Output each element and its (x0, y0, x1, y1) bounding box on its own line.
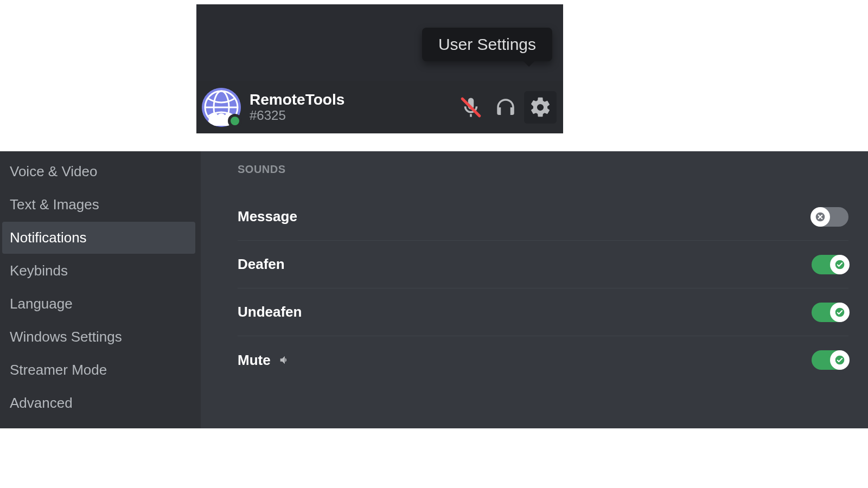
mic-muted-icon (459, 96, 482, 119)
sound-label-text: Mute (238, 352, 271, 369)
sidebar-item-label: Voice & Video (10, 163, 97, 179)
status-indicator-icon (228, 114, 242, 128)
check-icon (834, 307, 845, 318)
toggle-mute[interactable] (812, 350, 848, 370)
sidebar-item-streamer-mode[interactable]: Streamer Mode (2, 354, 195, 386)
sound-label: Mute (238, 352, 812, 369)
sound-row-undeafen: Undeafen (238, 288, 848, 336)
settings-content: Sounds Message Deafen (201, 151, 868, 428)
sidebar-item-label: Advanced (10, 395, 73, 411)
sidebar-item-label: Streamer Mode (10, 362, 107, 378)
sidebar-item-notifications[interactable]: Notifications (2, 222, 195, 254)
settings-sidebar: Voice & Video Text & Images Notification… (0, 151, 201, 428)
user-name-block[interactable]: RemoteTools #6325 (250, 92, 455, 123)
user-panel: User Settings (196, 4, 563, 133)
sound-row-message: Message (238, 193, 848, 241)
sidebar-item-voice-video[interactable]: Voice & Video (2, 156, 195, 188)
check-icon (834, 355, 845, 365)
sound-label-text: Undeafen (238, 304, 302, 320)
avatar[interactable] (202, 88, 241, 127)
gear-icon (529, 96, 552, 119)
sound-row-mute: Mute (238, 336, 848, 384)
user-control-icons (455, 91, 557, 124)
check-icon (834, 259, 845, 270)
toggle-knob (830, 255, 850, 274)
toggle-message[interactable] (812, 207, 848, 227)
mute-mic-button[interactable] (455, 91, 487, 124)
toggle-knob (810, 207, 830, 227)
sound-preview-button[interactable] (278, 354, 290, 366)
sound-label-text: Message (238, 208, 297, 225)
toggle-knob (830, 350, 850, 370)
sidebar-item-text-images[interactable]: Text & Images (2, 189, 195, 221)
username-label: RemoteTools (250, 92, 455, 108)
discriminator-label: #6325 (250, 108, 455, 123)
toggle-deafen[interactable] (812, 255, 848, 274)
sidebar-item-keybinds[interactable]: Keybinds (2, 255, 195, 287)
sounds-section-header: Sounds (238, 163, 848, 176)
sound-label: Deafen (238, 256, 812, 273)
sidebar-item-windows-settings[interactable]: Windows Settings (2, 321, 195, 353)
user-row: RemoteTools #6325 (196, 81, 563, 133)
toggle-knob (830, 303, 850, 322)
sidebar-item-label: Language (10, 296, 73, 312)
user-settings-button[interactable] (524, 91, 557, 124)
sidebar-item-label: Windows Settings (10, 329, 122, 345)
sound-label: Message (238, 208, 812, 225)
sound-row-deafen: Deafen (238, 241, 848, 288)
sound-label: Undeafen (238, 304, 812, 320)
speaker-icon (278, 354, 290, 366)
sound-label-text: Deafen (238, 256, 285, 273)
sidebar-item-advanced[interactable]: Advanced (2, 387, 195, 419)
deafen-button[interactable] (489, 91, 522, 124)
sidebar-item-label: Notifications (10, 229, 87, 246)
sidebar-item-label: Text & Images (10, 196, 99, 213)
headphones-icon (494, 96, 517, 119)
x-icon (815, 211, 826, 222)
user-settings-tooltip: User Settings (422, 28, 552, 61)
sidebar-item-label: Keybinds (10, 262, 68, 279)
sidebar-item-language[interactable]: Language (2, 288, 195, 320)
toggle-undeafen[interactable] (812, 303, 848, 322)
settings-panel: Voice & Video Text & Images Notification… (0, 151, 868, 428)
tooltip-text: User Settings (438, 35, 536, 53)
